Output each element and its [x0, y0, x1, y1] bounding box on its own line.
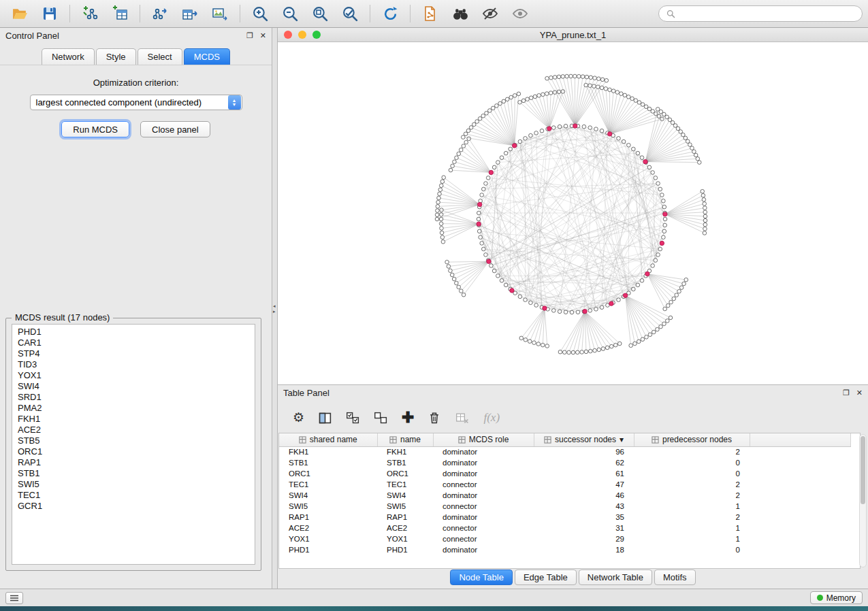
search-input[interactable] — [680, 9, 855, 18]
table-cell[interactable]: ORC1 — [279, 468, 377, 479]
table-cell[interactable]: 96 — [534, 446, 634, 457]
tab-node-table[interactable]: Node Table — [450, 569, 513, 585]
control-panel-close-icon[interactable]: ✕ — [260, 31, 266, 40]
table-row[interactable]: RAP1RAP1dominator352 — [279, 512, 851, 523]
run-mcds-button[interactable]: Run MCDS — [61, 121, 129, 137]
show-columns-button[interactable] — [318, 409, 332, 427]
col-name[interactable]: name — [377, 433, 433, 446]
table-cell[interactable]: FKH1 — [377, 446, 433, 457]
import-network-button[interactable] — [76, 2, 104, 25]
table-cell[interactable]: FKH1 — [279, 446, 377, 457]
table-cell[interactable] — [750, 468, 851, 479]
mcds-result-item[interactable]: SRD1 — [14, 392, 253, 403]
table-cell[interactable]: 0 — [634, 457, 750, 468]
tab-network[interactable]: Network — [42, 48, 95, 65]
clone-network-button[interactable] — [416, 2, 445, 25]
table-cell[interactable]: PHD1 — [279, 544, 377, 555]
mcds-result-item[interactable]: PHD1 — [14, 327, 253, 337]
status-menu-button[interactable] — [5, 592, 23, 604]
network-canvas[interactable] — [278, 42, 868, 384]
optimization-criterion-dropdown[interactable]: largest connected component (undirected)… — [30, 95, 242, 110]
table-cell[interactable]: STB1 — [279, 457, 377, 468]
table-cell[interactable]: 2 — [634, 512, 750, 523]
mcds-result-list[interactable]: PHD1CAR1STP4TID3YOX1SWI4SRD1PMA2FKH1ACE2… — [12, 324, 255, 565]
export-image-button[interactable] — [206, 2, 234, 25]
mcds-result-item[interactable]: PMA2 — [14, 403, 253, 414]
tab-style[interactable]: Style — [96, 48, 136, 65]
export-table-button[interactable] — [176, 2, 204, 25]
mcds-result-item[interactable]: STB5 — [14, 435, 253, 446]
table-cell[interactable]: 31 — [534, 523, 634, 533]
table-cell[interactable] — [750, 523, 851, 533]
table-cell[interactable] — [750, 544, 851, 555]
table-row[interactable]: SWI5SWI5connector431 — [279, 501, 851, 512]
function-builder-button[interactable]: f(x) — [483, 409, 500, 427]
table-cell[interactable]: 35 — [534, 512, 634, 523]
zoom-fit-button[interactable] — [306, 2, 334, 25]
table-panel-float-icon[interactable]: ❐ — [843, 389, 850, 397]
table-cell[interactable]: PHD1 — [377, 544, 433, 555]
table-cell[interactable]: 1 — [634, 533, 750, 544]
mcds-result-item[interactable]: RAP1 — [14, 457, 253, 468]
table-cell[interactable]: STB1 — [377, 457, 433, 468]
table-cell[interactable]: RAP1 — [279, 512, 377, 523]
mcds-result-item[interactable]: STP4 — [14, 348, 253, 359]
col-predecessor-nodes[interactable]: predecessor nodes — [634, 433, 750, 446]
table-cell[interactable]: connector — [433, 479, 534, 490]
table-cell[interactable] — [750, 512, 851, 523]
table-cell[interactable]: 18 — [534, 544, 634, 555]
control-panel-float-icon[interactable]: ❐ — [246, 31, 253, 40]
table-cell[interactable]: SWI5 — [377, 501, 433, 512]
table-cell[interactable]: 1 — [634, 523, 750, 533]
table-row[interactable]: PHD1PHD1dominator180 — [279, 544, 851, 555]
mcds-result-item[interactable]: TEC1 — [14, 490, 253, 501]
first-neighbors-button[interactable] — [446, 2, 475, 25]
refresh-layout-button[interactable] — [376, 2, 404, 25]
sort-arrow-icon[interactable]: ▾ — [620, 435, 624, 444]
table-cell[interactable] — [750, 490, 851, 501]
table-cell[interactable] — [750, 501, 851, 512]
deselect-all-button[interactable] — [374, 409, 388, 427]
memory-button[interactable]: Memory — [810, 591, 863, 604]
table-panel-close-icon[interactable]: ✕ — [856, 389, 863, 397]
table-row[interactable]: TEC1TEC1connector472 — [279, 479, 851, 490]
table-cell[interactable]: connector — [433, 533, 534, 544]
close-panel-button[interactable]: Close panel — [140, 121, 210, 137]
table-cell[interactable]: YOX1 — [377, 533, 433, 544]
zoom-in-button[interactable] — [246, 2, 274, 25]
table-cell[interactable]: dominator — [433, 544, 534, 555]
delete-column-button[interactable] — [428, 409, 441, 427]
table-cell[interactable] — [750, 533, 851, 544]
mcds-result-item[interactable]: FKH1 — [14, 414, 253, 425]
table-cell[interactable]: connector — [433, 523, 534, 533]
tab-motifs[interactable]: Motifs — [654, 569, 696, 585]
table-cell[interactable]: connector — [433, 501, 534, 512]
select-all-button[interactable] — [346, 409, 360, 427]
mcds-result-item[interactable]: SWI5 — [14, 479, 253, 490]
table-cell[interactable]: dominator — [433, 490, 534, 501]
save-button[interactable] — [35, 2, 64, 25]
table-scrollbar[interactable] — [859, 434, 867, 567]
table-cell[interactable]: dominator — [433, 468, 534, 479]
table-cell[interactable]: TEC1 — [279, 479, 377, 490]
show-all-button[interactable] — [506, 2, 534, 25]
mcds-result-item[interactable]: ACE2 — [14, 425, 253, 435]
mcds-result-item[interactable]: ORC1 — [14, 446, 253, 457]
export-network-button[interactable] — [146, 2, 174, 25]
table-cell[interactable]: dominator — [433, 512, 534, 523]
splitter-collapse-icon[interactable]: ◂▸ — [273, 303, 276, 314]
table-cell[interactable]: 2 — [634, 490, 750, 501]
col-successor-nodes[interactable]: successor nodes▾ — [534, 433, 634, 446]
mcds-result-item[interactable]: GCR1 — [14, 501, 253, 512]
tab-network-table[interactable]: Network Table — [579, 569, 652, 585]
table-cell[interactable]: SWI4 — [377, 490, 433, 501]
table-cell[interactable]: 0 — [634, 544, 750, 555]
table-cell[interactable]: ACE2 — [279, 523, 377, 533]
col-mcds-role[interactable]: MCDS role — [433, 433, 534, 446]
table-cell[interactable]: 62 — [534, 457, 634, 468]
table-cell[interactable]: 29 — [534, 533, 634, 544]
network-graph[interactable] — [278, 42, 868, 384]
add-column-button[interactable]: ✚ — [402, 409, 414, 427]
table-cell[interactable]: 2 — [634, 446, 750, 457]
mcds-result-item[interactable]: CAR1 — [14, 337, 253, 348]
